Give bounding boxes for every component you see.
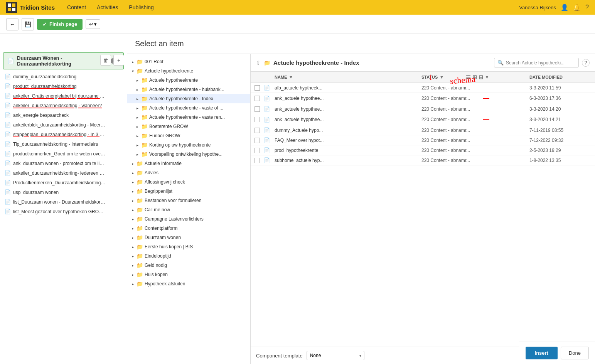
row-checkbox[interactable] xyxy=(255,138,264,143)
tree-item[interactable]: ▸📁Advies xyxy=(127,168,250,177)
left-list-item[interactable]: 📄ankeiler_Gratis energielabel bij duurza… xyxy=(2,91,125,101)
chevron-icon: ▸ xyxy=(130,60,135,64)
item-text: ankeiler_duurzaamheidskorting- iedereen … xyxy=(13,170,106,176)
menu-activities[interactable]: Activities xyxy=(97,3,118,12)
tree-item[interactable]: ▸📁Actuele hypotheekrente - huisbank... xyxy=(127,85,250,94)
folder-icon: 📁 xyxy=(137,262,143,268)
left-list-item[interactable]: 📄product_duurzaamheidskorting xyxy=(2,81,125,91)
left-list-item[interactable]: 📄list_Duurzaam wonen - Duurzaamheidskort… xyxy=(2,197,125,207)
search-input[interactable] xyxy=(506,60,575,66)
help-icon[interactable]: ? xyxy=(585,4,589,11)
tree-label: Actuele informatie xyxy=(145,161,182,166)
tree-item[interactable]: ▸📁001 Root xyxy=(127,57,250,66)
left-list-item[interactable]: 📄productkenmerken_Goed om te weten over … xyxy=(2,149,125,158)
name-filter-icon[interactable]: ▼ xyxy=(288,74,293,80)
file-row[interactable]: 📄 prod_hypotheekrente 220 Content - abna… xyxy=(251,145,595,155)
doc-icon: 📄 xyxy=(5,189,11,195)
tree-item[interactable]: ▸📁Hypotheek afsluiten xyxy=(127,279,250,288)
tree-item[interactable]: ▸📁Voorspelling ontwikkeling hypothe... xyxy=(127,150,250,159)
back-button[interactable]: ← xyxy=(6,18,19,30)
undo-arrow-icon: ▾ xyxy=(94,21,97,27)
left-list-item[interactable]: 📄ank_duurzaam wonen - promotext om te li… xyxy=(2,158,125,168)
left-list-item[interactable]: 📄Productkenmerken_Duurzaamheidskorting -… xyxy=(2,178,125,187)
tree-item[interactable]: ▸📁Actuele hypotheekrente xyxy=(127,76,250,85)
tree-item[interactable]: ▸📁Campagne Lastenverlichters xyxy=(127,214,250,224)
tree-item[interactable]: ▸📁Eerste huis kopen | BIS xyxy=(127,242,250,251)
file-row[interactable]: 📄 FAQ_Meer over hypot... 220 Content - a… xyxy=(251,135,595,145)
bell-icon[interactable]: 🔔 xyxy=(573,4,581,11)
delete-button[interactable]: 🗑 xyxy=(100,55,111,66)
folder-icon: 📁 xyxy=(141,96,148,102)
tree-item[interactable]: ▸📁Actuele hypotheekrente - Index xyxy=(127,94,250,103)
row-checkbox[interactable] xyxy=(255,106,264,112)
tree-item[interactable]: ▸📁Actuele hypotheekrente - vaste ren... xyxy=(127,113,250,122)
menu-publishing[interactable]: Publishing xyxy=(129,3,154,12)
tree-item[interactable]: ▸📁Boeterente GROW xyxy=(127,122,250,131)
save-button[interactable]: 💾 xyxy=(22,18,34,30)
tree-item[interactable]: ▸📁Contentplatform xyxy=(127,224,250,233)
tree-item[interactable]: ▸📁Geld nodig xyxy=(127,261,250,270)
component-template-label: Component template xyxy=(256,353,303,359)
file-row[interactable]: 📄 ank_actuele hyppthee... 220 Content - … xyxy=(251,104,595,114)
item-text: ankeilerblok_duurzaamheidskorting - Meer… xyxy=(13,122,106,128)
chevron-icon: ▸ xyxy=(130,189,135,194)
finish-page-button[interactable]: ✓ Finish page xyxy=(37,19,83,30)
row-checkbox[interactable] xyxy=(255,128,264,133)
add-button[interactable]: + xyxy=(113,55,124,66)
help-circle-icon[interactable]: ? xyxy=(582,59,590,67)
row-checkbox[interactable] xyxy=(255,158,264,163)
row-checkbox[interactable] xyxy=(255,85,264,91)
file-row[interactable]: 📄 ank_actuele hypothee... 220 Content - … xyxy=(251,93,595,104)
tree-item[interactable]: ▸📁Korting op uw hypotheekrente xyxy=(127,140,250,150)
left-list-item[interactable]: 📄stappenplan_duurzaamheidskorting - In 3… xyxy=(2,130,125,139)
left-list-item[interactable]: 📄ankeiler_duurzaamheidskorting - wanneer… xyxy=(2,101,125,110)
row-checkbox[interactable] xyxy=(255,96,264,101)
file-doc-icon: 📄 xyxy=(264,157,275,163)
row-checkbox[interactable] xyxy=(255,117,264,122)
file-status: 220 Content - abnamr... xyxy=(421,128,483,133)
tree-item[interactable]: ▸📁Aflossingsvrij check xyxy=(127,177,250,187)
tree-item[interactable]: ▸📁Actuele informatie xyxy=(127,159,250,168)
left-list-item[interactable]: 📄usp_duurzaam wonen xyxy=(2,187,125,197)
large-grid-icon[interactable]: ⊟ xyxy=(479,74,483,80)
file-row[interactable]: 📄 ank_actuele hyppthee... 220 Content - … xyxy=(251,114,595,125)
undo-button[interactable]: ↩ ▾ xyxy=(86,19,100,29)
folder-icon: 📁 xyxy=(141,114,148,120)
grid-view-icon[interactable]: ⊞ xyxy=(472,74,477,80)
user-icon[interactable]: 👤 xyxy=(561,4,568,11)
left-list-item[interactable]: 📄ankeilerblok_duurzaamheidskorting - Mee… xyxy=(2,120,125,130)
tree-label: Begrippenlijst xyxy=(145,189,172,194)
status-filter-icon[interactable]: ▼ xyxy=(439,74,444,80)
sort-up-icon[interactable]: ⇧ xyxy=(256,60,261,66)
tree-item[interactable]: ▸📁Eindelooptijd xyxy=(127,251,250,261)
row-checkbox[interactable] xyxy=(255,148,264,153)
topnav-left: Tridion Sites Content Activities Publish… xyxy=(6,2,154,13)
tree-item[interactable]: ▸📁Euribor GROW xyxy=(127,131,250,140)
tree-item[interactable]: ▸📁Call me now xyxy=(127,205,250,214)
tree-item[interactable]: ▸📁Begrippenlijst xyxy=(127,187,250,196)
chevron-icon: ▸ xyxy=(135,106,140,110)
folder-icon: 📁 xyxy=(137,216,143,222)
left-list-item[interactable]: 📄Tip_duurzaamheidskorting - intermediair… xyxy=(2,139,125,149)
menu-content[interactable]: Content xyxy=(67,3,86,12)
tree-label: Contentplatform xyxy=(145,226,177,231)
tree-item[interactable]: ▾📁Actuele hypotheekrente xyxy=(127,66,250,76)
schema-filter-icon[interactable]: ▼ xyxy=(485,74,489,80)
left-list-item[interactable]: 📄list_Meest gezocht over hypotheken GROW… xyxy=(2,207,125,216)
done-button[interactable]: Done xyxy=(561,347,589,359)
brand-sq-4 xyxy=(12,8,15,11)
component-template-select[interactable]: None xyxy=(307,351,364,360)
file-row[interactable]: 📄 dummy_Actuele hypo... 220 Content - ab… xyxy=(251,125,595,135)
file-row[interactable]: 📄 subhome_actuele hyp... 220 Content - a… xyxy=(251,155,595,165)
file-row[interactable]: 📄 afb_actuele hyptheek... 220 Content - … xyxy=(251,83,595,93)
item-text: list_Meest gezocht over hypotheken GROW … xyxy=(13,209,106,214)
tree-item[interactable]: ▸📁Duurzaam wonen xyxy=(127,233,250,242)
tree-item[interactable]: ▸📁Bestanden voor formulieren xyxy=(127,196,250,205)
left-list-item[interactable]: 📄ank_energie bespaarcheck xyxy=(2,110,125,120)
list-view-icon[interactable]: ☰ xyxy=(466,74,471,80)
tree-item[interactable]: ▸📁Huis kopen xyxy=(127,270,250,279)
left-list-item[interactable]: 📄dummy_duurzaamheidskorting xyxy=(2,72,125,81)
insert-button[interactable]: Insert xyxy=(526,347,558,359)
tree-item[interactable]: ▸📁Actuele hypotheekrente - vaste of ... xyxy=(127,103,250,113)
left-list-item[interactable]: 📄ankeiler_duurzaamheidskorting- iedereen… xyxy=(2,168,125,178)
